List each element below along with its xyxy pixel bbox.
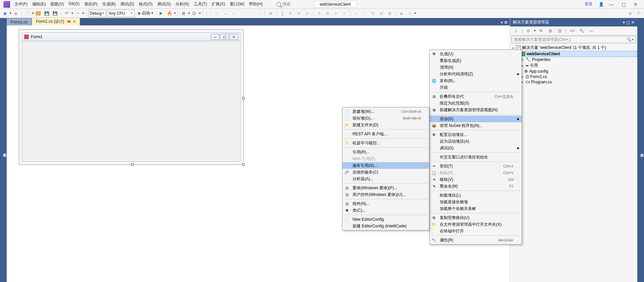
ctx-在文件资源管理器中打开文件夹(X)[interactable]: 📁在文件资源管理器中打开文件夹(X) [430, 221, 522, 228]
ctx-移除(V)[interactable]: ✕移除(V)Del [430, 176, 522, 183]
search-box[interactable]: 搜索 [275, 1, 304, 8]
refresh-button[interactable]: ↻ [537, 27, 545, 34]
ctx-对交互窗口进行项目初始化[interactable]: 对交互窗口进行项目初始化 [430, 154, 522, 160]
start-no-debug-button[interactable] [157, 10, 165, 17]
ctx-发布(B)...[interactable]: 🌐发布(B)... [430, 77, 522, 84]
size-button[interactable]: ⊞ [267, 10, 274, 17]
ctx-管理 NuGet 程序包(N)...[interactable]: 📦管理 NuGet 程序包(N)... [430, 122, 522, 129]
menu-扩展(X)[interactable]: 扩展(X) [209, 1, 227, 8]
hspace4-button[interactable]: ⊩ [304, 10, 311, 17]
ctx-新建项(W)...[interactable]: 📄新建项(W)...Ctrl+Shift+A [342, 108, 429, 115]
menu-项目(P)[interactable]: 项目(P) [82, 1, 100, 8]
menu-分析(N)[interactable]: 分析(N) [173, 1, 192, 8]
nav-fwd-button[interactable]: ◉ [12, 10, 19, 17]
menu-视图(V)[interactable]: 视图(V) [48, 1, 66, 8]
align-right-button[interactable]: ← [230, 10, 237, 17]
tab-close-icon[interactable]: ✕ [73, 19, 76, 24]
ctx-加载直接依赖项[interactable]: 加载直接依赖项 [430, 199, 522, 205]
ctx-机器学习模型...[interactable]: ✨机器学习模型... [342, 140, 429, 146]
ctx-限定为此范围(S)[interactable]: 限定为此范围(S) [430, 100, 522, 107]
ctx-升级[interactable]: 升级 [430, 84, 522, 91]
ctx-分析器(A)...[interactable]: 分析器(A)... [342, 175, 429, 182]
layout2-button[interactable]: ⊡ [191, 10, 198, 17]
new-project-button[interactable]: 📄 [24, 10, 31, 17]
align-center-button[interactable]: ⫠ [222, 10, 229, 17]
send-back-button[interactable]: ⊟ [378, 10, 385, 17]
feedback-button[interactable]: ☺ [627, 10, 634, 17]
ctx-加载整个依赖关系树[interactable]: 加载整个依赖关系树 [430, 205, 522, 212]
ctx-REST API 客户端...[interactable]: REST API 客户端... [342, 131, 429, 137]
menu-格式(O)[interactable]: 格式(O) [137, 1, 155, 8]
ctx-复制完整路径(U)[interactable]: ⧉复制完整路径(U) [430, 214, 522, 221]
ctx-重命名(M)[interactable]: ✎重命名(M)F2 [430, 183, 522, 190]
ctx-在终端中打开[interactable]: 在终端中打开 [430, 228, 522, 234]
sync-button[interactable]: ⊙ [525, 27, 532, 34]
panel-pin-button[interactable]: ▢ [626, 20, 630, 25]
resize-handle-s[interactable] [131, 163, 133, 166]
menu-Git(G)[interactable]: Git(G) [66, 1, 82, 8]
ctx-New EditorConfig[interactable]: 📄New EditorConfig [342, 216, 429, 223]
vspace4-button[interactable]: ⊧ [341, 10, 348, 17]
panel-search[interactable]: 搜索解决方案资源管理器(Ctrl+;) 🔍▾ [512, 36, 636, 43]
properties-gutter[interactable]: 属性 [637, 18, 644, 282]
hot-reload-button[interactable]: 🔥 [166, 10, 173, 17]
undo-button[interactable]: ↶ [63, 10, 70, 17]
align-middle-button[interactable]: ↓ [247, 10, 254, 17]
menu-窗口(W)[interactable]: 窗口(W) [227, 1, 247, 8]
align-bottom-button[interactable]: → [255, 10, 263, 17]
design-surface[interactable]: Form1 — ▢ ✕ [19, 29, 244, 165]
layout-button[interactable]: ⊞ [180, 10, 187, 17]
platform-dropdown[interactable]: Any CPU▼ [107, 10, 135, 17]
save-button[interactable]: 💾 [43, 10, 50, 17]
login-link[interactable]: 登录 [582, 1, 595, 7]
form-close-button[interactable]: ✕ [229, 34, 238, 40]
zoom-button[interactable]: ◈ [398, 10, 405, 17]
ctx-清理(N)[interactable]: 清理(N) [430, 64, 522, 71]
tab-form1-cs[interactable]: Form1.cs [7, 18, 32, 25]
ctx-分析和代码清理(Z)[interactable]: 分析和代码清理(Z)▶ [430, 71, 522, 77]
ctx-连接的服务(C)[interactable]: 🔗连接的服务(C) [342, 169, 429, 175]
tree-node-references[interactable]: ▸▪▪引用 [510, 62, 637, 69]
align-left-button[interactable]: ⫟ [213, 10, 221, 17]
menu-编辑(E)[interactable]: 编辑(E) [30, 1, 48, 8]
show-all-button[interactable]: ⊡ [556, 27, 564, 34]
panel-close-button[interactable]: ✕ [631, 20, 635, 25]
solution-root[interactable]: ▸⊡ 解决方案 'webServiceClient' (1 个项目, 共 1 个… [510, 45, 637, 51]
pin-icon[interactable]: 📌 [65, 18, 71, 25]
config-dropdown[interactable]: Debug▼ [88, 10, 106, 17]
taborder-button[interactable]: ⊡ [369, 10, 377, 17]
start-button[interactable]: 启动 ▼ [136, 10, 156, 17]
menu-工具(T)[interactable]: 工具(T) [192, 1, 209, 8]
tree-node-properties[interactable]: ▸🔧Properties [510, 57, 637, 62]
project-node[interactable]: ▲ C# webServiceClient [510, 51, 637, 57]
ctx-重新生成(E)[interactable]: 重新生成(E) [430, 57, 522, 64]
align-grid-button[interactable]: ⋮⋮ [205, 10, 212, 17]
form-max-button[interactable]: ▢ [220, 34, 229, 40]
ctx-引用(R)...[interactable]: 引用(R)... [342, 149, 429, 155]
form-min-button[interactable]: — [211, 34, 219, 40]
center-v-button[interactable]: ↕ [361, 10, 368, 17]
tab-overflow-button[interactable]: ▾ [501, 20, 503, 25]
user-icon[interactable]: 👤 [599, 2, 604, 7]
minimize-button[interactable]: — [607, 1, 616, 8]
vspace3-button[interactable]: ⊨ [332, 10, 340, 17]
nav-back-button[interactable]: ◉ [1, 10, 9, 17]
menu-生成(B)[interactable]: 生成(B) [100, 1, 118, 8]
ctx-属性(R)[interactable]: 🔧属性(R)Alt+Enter [430, 237, 522, 243]
bring-front-button[interactable]: ⊞ [386, 10, 393, 17]
ctx-生成(U)[interactable]: ⚒生成(U) [430, 51, 522, 57]
panel-dropdown-button[interactable]: ▾ [623, 20, 625, 25]
ctx-配置启动项目...[interactable]: ⚙配置启动项目... [430, 131, 522, 138]
ctx-设为启动项目(A)[interactable]: 设为启动项目(A) [430, 138, 522, 145]
ctx-类(C)...[interactable]: ✚类(C)... [342, 207, 429, 214]
ctx-添加(D)[interactable]: 添加(D)▶ [430, 116, 522, 122]
close-button[interactable]: ✕ [631, 1, 640, 8]
app-name-tab[interactable]: webServiceClient [314, 1, 357, 8]
ctx-卸载项目(L)[interactable]: 卸载项目(L) [430, 192, 522, 199]
open-button[interactable] [35, 10, 42, 17]
ctx-窗体(Windows 窗体)(F)...[interactable]: ⊡窗体(Windows 窗体)(F)... [342, 185, 429, 191]
vspace2-button[interactable]: ≣ [324, 10, 331, 17]
resize-handle-e[interactable] [242, 97, 245, 99]
ctx-服务引用(S)...[interactable]: 服务引用(S)... [342, 162, 429, 169]
save-all-button[interactable]: 💾 [51, 10, 59, 17]
